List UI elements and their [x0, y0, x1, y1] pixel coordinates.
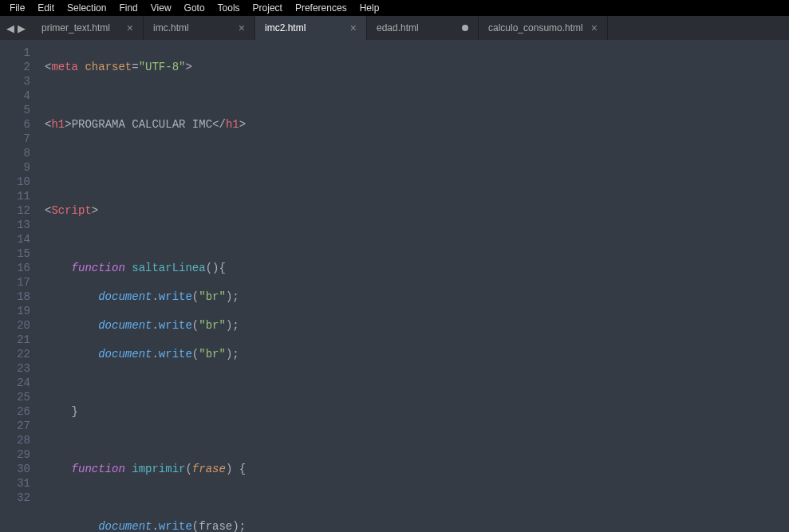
- line-number: 24: [0, 376, 30, 390]
- tab-label: imc.html: [153, 22, 189, 33]
- code-area[interactable]: <meta charset="UTF-8"> <h1>PROGRAMA CALC…: [38, 40, 789, 532]
- menu-tools[interactable]: Tools: [211, 1, 247, 15]
- menu-bar: File Edit Selection Find View Goto Tools…: [0, 0, 789, 16]
- dirty-dot-icon: [462, 25, 468, 31]
- tab-calculo-consumo[interactable]: calculo_consumo.html ×: [479, 16, 608, 40]
- nav-forward-icon[interactable]: ▶: [18, 22, 26, 34]
- line-number: 9: [0, 160, 30, 175]
- line-number: 12: [0, 203, 30, 218]
- menu-file[interactable]: File: [3, 1, 31, 15]
- line-number: 27: [0, 419, 30, 433]
- gutter: 1234567891011121314151617181920212223242…: [0, 40, 38, 532]
- line-number: 28: [0, 433, 30, 447]
- close-icon[interactable]: ×: [239, 22, 245, 34]
- line-number: 23: [0, 361, 30, 376]
- close-icon[interactable]: ×: [591, 22, 598, 34]
- menu-find[interactable]: Find: [112, 1, 144, 15]
- line-number: 5: [0, 103, 30, 117]
- close-icon[interactable]: ×: [127, 22, 133, 34]
- line-number: 8: [0, 146, 30, 160]
- close-icon[interactable]: ×: [350, 22, 357, 34]
- menu-view[interactable]: View: [144, 1, 178, 15]
- nav-back-icon[interactable]: ◀: [6, 22, 14, 34]
- menu-selection[interactable]: Selection: [61, 1, 112, 15]
- line-number: 17: [0, 275, 30, 290]
- tab-imc2[interactable]: imc2.html ×: [255, 16, 367, 40]
- line-number: 3: [0, 74, 30, 89]
- line-number: 22: [0, 347, 30, 361]
- tab-bar: ◀ ▶ primer_text.html × imc.html × imc2.h…: [0, 16, 789, 40]
- line-number: 21: [0, 333, 30, 347]
- menu-goto[interactable]: Goto: [178, 1, 211, 15]
- line-number: 32: [0, 491, 30, 505]
- line-number: 1: [0, 45, 30, 60]
- line-number: 11: [0, 189, 30, 203]
- line-number: 4: [0, 89, 30, 103]
- tab-imc[interactable]: imc.html ×: [144, 16, 255, 40]
- editor-pane: 1234567891011121314151617181920212223242…: [0, 40, 789, 532]
- line-number: 25: [0, 390, 30, 404]
- line-number: 19: [0, 304, 30, 318]
- line-number: 31: [0, 476, 30, 491]
- line-number: 30: [0, 462, 30, 476]
- menu-help[interactable]: Help: [353, 1, 386, 15]
- line-number: 29: [0, 447, 30, 462]
- tab-nav-arrows: ◀ ▶: [0, 16, 32, 40]
- line-number: 26: [0, 404, 30, 419]
- tab-label: imc2.html: [265, 22, 306, 33]
- tab-label: primer_text.html: [41, 22, 110, 33]
- line-number: 6: [0, 117, 30, 132]
- line-number: 18: [0, 290, 30, 304]
- line-number: 14: [0, 232, 30, 246]
- tab-label: calculo_consumo.html: [488, 22, 583, 33]
- line-number: 10: [0, 175, 30, 189]
- line-number: 7: [0, 132, 30, 146]
- tab-label: edad.html: [377, 22, 419, 33]
- tab-edad[interactable]: edad.html: [367, 16, 479, 40]
- line-number: 13: [0, 218, 30, 232]
- line-number: 2: [0, 60, 30, 74]
- line-number: 15: [0, 246, 30, 261]
- menu-project[interactable]: Project: [247, 1, 289, 15]
- line-number: 20: [0, 318, 30, 333]
- menu-preferences[interactable]: Preferences: [289, 1, 353, 15]
- tab-primer-text[interactable]: primer_text.html ×: [32, 16, 144, 40]
- line-number: 16: [0, 261, 30, 275]
- menu-edit[interactable]: Edit: [31, 1, 61, 15]
